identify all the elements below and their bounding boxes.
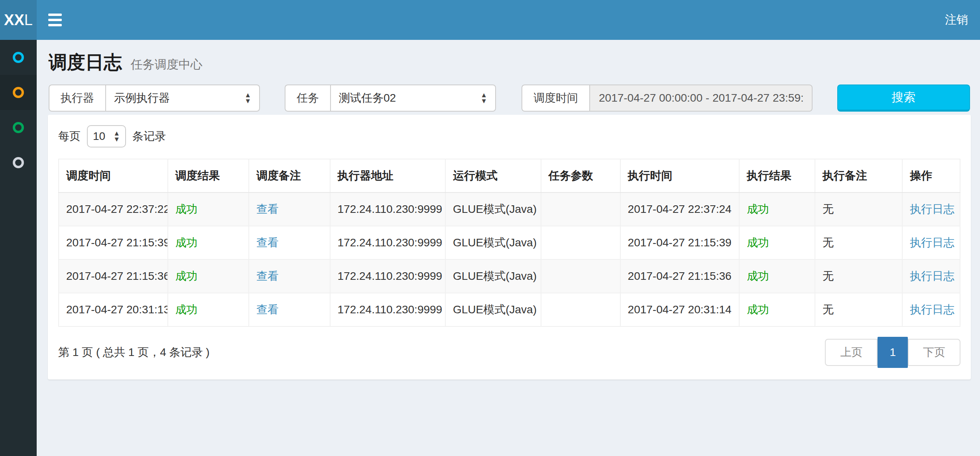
cell-handle_time: 2017-04-27 21:15:39 xyxy=(620,226,739,259)
cell-trigger_time: 2017-04-27 22:37:22 xyxy=(59,193,168,226)
cell-address: 172.24.110.230:9999 xyxy=(330,226,445,259)
cell-param xyxy=(541,226,620,259)
executor-select[interactable]: 示例执行器 ▲▼ xyxy=(105,85,260,112)
action-link[interactable]: 执行日志 xyxy=(910,236,954,249)
page-size-value: 10 xyxy=(93,130,105,143)
cell-glue_type: GLUE模式(Java) xyxy=(445,226,541,259)
trigger_msg-link[interactable]: 查看 xyxy=(256,203,279,215)
column-header-handle_result: 执行结果 xyxy=(739,159,815,193)
content-header: 调度日志 任务调度中心 xyxy=(37,40,980,85)
action-link[interactable]: 执行日志 xyxy=(910,303,954,316)
circle-icon xyxy=(13,157,24,168)
select-arrows-icon: ▲▼ xyxy=(480,92,487,104)
action-link[interactable]: 执行日志 xyxy=(910,203,954,215)
cell-trigger_msg: 查看 xyxy=(249,293,330,326)
sidebar-item-4[interactable] xyxy=(0,145,37,180)
column-header-action: 操作 xyxy=(902,159,960,193)
logo-text-lite: L xyxy=(24,12,33,29)
sidebar-menu xyxy=(0,40,37,456)
next-page-button[interactable]: 下页 xyxy=(908,340,960,365)
executor-select-value: 示例执行器 xyxy=(114,90,170,106)
circle-icon xyxy=(13,87,24,98)
dispatch-log-table: 调度时间调度结果调度备注执行器地址运行模式任务参数执行时间执行结果执行备注操作 … xyxy=(58,159,960,327)
cell-address: 172.24.110.230:9999 xyxy=(330,293,445,326)
cell-param xyxy=(541,259,620,293)
column-header-param: 任务参数 xyxy=(541,159,620,193)
action-link[interactable]: 执行日志 xyxy=(910,270,954,282)
page-subtitle: 任务调度中心 xyxy=(131,58,203,71)
main-content: 调度日志 任务调度中心 执行器 示例执行器 ▲▼ 任务 测试任务02 ▲▼ 调度… xyxy=(37,40,980,456)
job-filter-group: 任务 测试任务02 ▲▼ xyxy=(285,85,496,112)
sidebar-item-1[interactable] xyxy=(0,40,37,75)
prev-page-button[interactable]: 上页 xyxy=(826,340,878,365)
hamburger-icon xyxy=(48,14,62,26)
column-header-trigger_time: 调度时间 xyxy=(59,159,168,193)
cell-handle_result: 成功 xyxy=(739,226,815,259)
cell-glue_type: GLUE模式(Java) xyxy=(445,293,541,326)
trigger-time-filter-label: 调度时间 xyxy=(521,85,589,112)
job-select[interactable]: 测试任务02 ▲▼ xyxy=(330,85,496,112)
logo-text-bold: XX xyxy=(4,12,24,29)
current-page-button[interactable]: 1 xyxy=(878,337,908,368)
cell-handle_msg: 无 xyxy=(815,259,902,293)
trigger_msg-link[interactable]: 查看 xyxy=(256,270,279,282)
page-title: 调度日志 xyxy=(49,52,122,73)
pagination-summary: 第 1 页 ( 总共 1 页，4 条记录 ) xyxy=(58,345,210,360)
sidebar-item-3[interactable] xyxy=(0,110,37,145)
cell-trigger_time: 2017-04-27 21:15:36 xyxy=(59,259,168,293)
cell-address: 172.24.110.230:9999 xyxy=(330,259,445,293)
circle-icon xyxy=(13,52,24,63)
cell-action: 执行日志 xyxy=(902,193,960,226)
search-button[interactable]: 搜索 xyxy=(837,85,970,112)
cell-glue_type: GLUE模式(Java) xyxy=(445,193,541,226)
cell-handle_msg: 无 xyxy=(815,293,902,326)
cell-glue_type: GLUE模式(Java) xyxy=(445,259,541,293)
page-size-select[interactable]: 10 ▲▼ xyxy=(87,125,126,147)
cell-trigger_msg: 查看 xyxy=(249,259,330,293)
cell-trigger_msg: 查看 xyxy=(249,226,330,259)
page-size-row: 每页 10 ▲▼ 条记录 xyxy=(58,125,960,147)
select-arrows-icon: ▲▼ xyxy=(244,92,251,104)
sidebar-toggle-button[interactable] xyxy=(37,0,73,40)
trigger_msg-link[interactable]: 查看 xyxy=(256,236,279,249)
page-size-prefix: 每页 xyxy=(58,129,81,144)
sidebar-item-2[interactable] xyxy=(0,75,37,110)
circle-icon xyxy=(13,122,24,133)
column-header-handle_time: 执行时间 xyxy=(620,159,739,193)
cell-trigger_result: 成功 xyxy=(168,226,249,259)
log-list-box: 每页 10 ▲▼ 条记录 调度时间调度结果调度备注执行器地址运行模式任务参数执行… xyxy=(48,115,971,379)
select-arrows-icon: ▲▼ xyxy=(113,130,120,142)
cell-handle_msg: 无 xyxy=(815,193,902,226)
filter-row: 执行器 示例执行器 ▲▼ 任务 测试任务02 ▲▼ 调度时间 搜索 xyxy=(49,85,980,112)
cell-handle_result: 成功 xyxy=(739,293,815,326)
cell-trigger_time: 2017-04-27 21:15:39 xyxy=(59,226,168,259)
trigger-time-filter-group: 调度时间 xyxy=(521,85,813,112)
table-header-row: 调度时间调度结果调度备注执行器地址运行模式任务参数执行时间执行结果执行备注操作 xyxy=(59,159,960,193)
cell-address: 172.24.110.230:9999 xyxy=(330,193,445,226)
job-filter-label: 任务 xyxy=(285,85,330,112)
cell-handle_time: 2017-04-27 22:37:24 xyxy=(620,193,739,226)
cell-action: 执行日志 xyxy=(902,293,960,326)
cell-handle_time: 2017-04-27 21:15:36 xyxy=(620,259,739,293)
cell-action: 执行日志 xyxy=(902,259,960,293)
app-logo[interactable]: XXL xyxy=(0,0,37,40)
job-select-value: 测试任务02 xyxy=(339,90,396,106)
cell-trigger_msg: 查看 xyxy=(249,193,330,226)
column-header-trigger_result: 调度结果 xyxy=(168,159,249,193)
table-row: 2017-04-27 21:15:39成功查看172.24.110.230:99… xyxy=(59,226,960,259)
table-row: 2017-04-27 22:37:22成功查看172.24.110.230:99… xyxy=(59,193,960,226)
column-header-address: 执行器地址 xyxy=(330,159,445,193)
trigger-time-range-input[interactable] xyxy=(589,85,813,112)
top-navbar: XXL 注销 xyxy=(0,0,980,40)
cell-trigger_result: 成功 xyxy=(168,293,249,326)
page-size-suffix: 条记录 xyxy=(132,129,166,144)
table-row: 2017-04-27 21:15:36成功查看172.24.110.230:99… xyxy=(59,259,960,293)
cell-handle_result: 成功 xyxy=(739,259,815,293)
trigger_msg-link[interactable]: 查看 xyxy=(256,303,279,316)
log-table-body: 2017-04-27 22:37:22成功查看172.24.110.230:99… xyxy=(59,193,960,326)
cell-trigger_result: 成功 xyxy=(168,259,249,293)
column-header-trigger_msg: 调度备注 xyxy=(249,159,330,193)
executor-filter-group: 执行器 示例执行器 ▲▼ xyxy=(49,85,260,112)
cell-trigger_result: 成功 xyxy=(168,193,249,226)
logout-link[interactable]: 注销 xyxy=(933,0,980,40)
